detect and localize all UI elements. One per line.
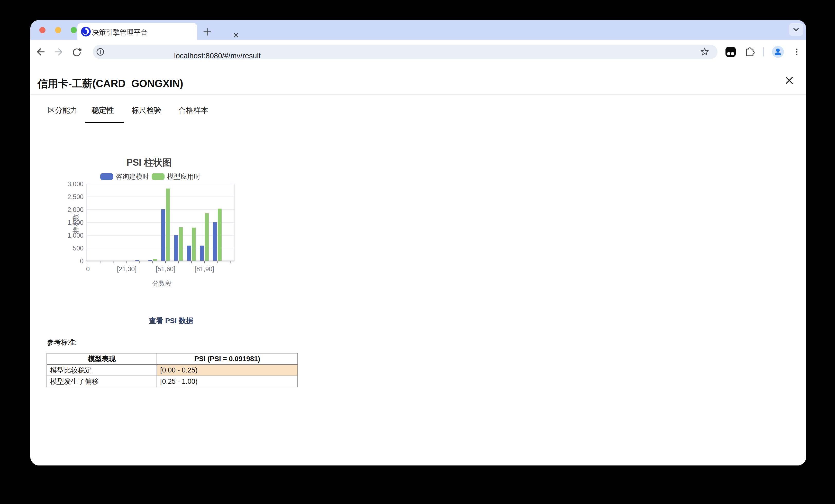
table-row: 模型比较稳定 [0.00 - 0.25): [47, 364, 298, 376]
new-tab-icon[interactable]: [203, 27, 211, 36]
title-divider: [30, 94, 806, 95]
browser-tab[interactable]: 决策引擎管理平台: [77, 23, 197, 40]
table-header-row: 模型表现 PSI (PSI = 0.091981): [47, 353, 298, 364]
traffic-light-minimize[interactable]: [55, 27, 61, 33]
page-content: 信用卡-工薪(CARD_GONGXIN) 区分能力 稳定性 标尺检验 合格样本 …: [30, 64, 806, 465]
site-favicon-icon: [80, 26, 91, 37]
browser-window: 决策引擎管理平台: [30, 20, 806, 465]
extensions-puzzle-icon[interactable]: [745, 47, 755, 57]
cell-range-stable: [0.00 - 0.25): [157, 364, 298, 376]
reference-standard-label: 参考标准:: [47, 338, 77, 347]
toolbar-separator: [763, 47, 764, 57]
bar-s1-c7[interactable]: [179, 227, 183, 261]
svg-text:2,500: 2,500: [67, 193, 84, 201]
chevron-down-icon: [789, 23, 803, 36]
traffic-light-close[interactable]: [39, 27, 45, 33]
view-psi-link[interactable]: 查看 PSI 数据: [133, 316, 209, 326]
tab-discrimination[interactable]: 区分能力: [47, 105, 77, 115]
cell-model-shifted-label: 模型发生了偏移: [47, 376, 157, 387]
tab-title: 决策引擎管理平台: [92, 28, 147, 37]
tab-close-icon[interactable]: [232, 31, 240, 40]
legend-label-0[interactable]: 咨询建模时: [116, 173, 149, 180]
bar-s1-c6[interactable]: [166, 189, 170, 261]
cell-model-stable-label: 模型比较稳定: [47, 364, 157, 376]
active-tab-underline: [85, 122, 124, 123]
bar-s0-c9[interactable]: [200, 246, 204, 261]
bar-s0-c6[interactable]: [161, 209, 165, 261]
browser-toolbar: localhost:8080/#/mv/result: [30, 40, 806, 63]
url-text[interactable]: localhost:8080/#/mv/result: [174, 51, 261, 60]
header-model-performance: 模型表现: [47, 353, 157, 364]
bar-s0-c10[interactable]: [213, 222, 217, 261]
svg-text:0: 0: [80, 257, 84, 265]
close-icon[interactable]: [785, 76, 794, 85]
cell-range-shifted: [0.25 - 1.00): [157, 376, 298, 387]
back-icon[interactable]: [36, 47, 46, 57]
svg-text:2,000: 2,000: [67, 206, 84, 213]
traffic-light-zoom[interactable]: [71, 27, 77, 33]
legend-label-1[interactable]: 模型应用时: [167, 173, 201, 180]
svg-text:3,000: 3,000: [67, 180, 84, 188]
bookmark-star-icon[interactable]: [699, 47, 710, 57]
legend-swatch-1[interactable]: [152, 173, 165, 180]
psi-bar-chart-svg: PSI 柱状图咨询建模时模型应用时05001,0001,5002,0002,50…: [66, 156, 257, 295]
bar-s1-c9[interactable]: [205, 213, 209, 261]
bar-s1-c8[interactable]: [192, 228, 196, 261]
svg-text:0: 0: [86, 265, 90, 273]
header-psi-value: PSI (PSI = 0.091981): [157, 353, 298, 364]
extension-app-icon[interactable]: [725, 46, 736, 58]
browser-tab-strip: 决策引擎管理平台: [30, 20, 806, 40]
svg-text:500: 500: [73, 245, 84, 252]
kebab-menu-icon[interactable]: [792, 47, 802, 57]
site-info-icon[interactable]: [96, 47, 105, 57]
y-axis-name: 样本数: [72, 214, 79, 233]
x-axis-name: 分数段: [152, 280, 172, 287]
bar-s0-c7[interactable]: [174, 235, 178, 261]
table-row: 模型发生了偏移 [0.25 - 1.00): [47, 376, 298, 387]
svg-text:[81,90]: [81,90]: [195, 265, 214, 273]
tab-search-chevron-button[interactable]: [789, 23, 803, 36]
psi-reference-table: 模型表现 PSI (PSI = 0.091981) 模型比较稳定 [0.00 -…: [46, 353, 298, 387]
tab-scale-check[interactable]: 标尺检验: [131, 105, 161, 115]
svg-text:[21,30]: [21,30]: [117, 265, 137, 273]
tab-stability[interactable]: 稳定性: [91, 105, 114, 115]
tab-qualified-sample[interactable]: 合格样本: [178, 105, 208, 115]
bar-s1-c10[interactable]: [218, 209, 222, 261]
svg-text:[51,60]: [51,60]: [156, 265, 175, 273]
profile-avatar[interactable]: [772, 46, 784, 58]
reload-icon[interactable]: [72, 47, 82, 57]
page-title: 信用卡-工薪(CARD_GONGXIN): [38, 77, 183, 91]
legend-swatch-0[interactable]: [100, 173, 113, 180]
bar-s0-c8[interactable]: [187, 246, 191, 261]
chart-title: PSI 柱状图: [126, 157, 172, 168]
psi-bar-chart: PSI 柱状图咨询建模时模型应用时05001,0001,5002,0002,50…: [66, 156, 257, 295]
forward-icon[interactable]: [54, 47, 64, 57]
url-bar[interactable]: localhost:8080/#/mv/result: [93, 45, 717, 59]
